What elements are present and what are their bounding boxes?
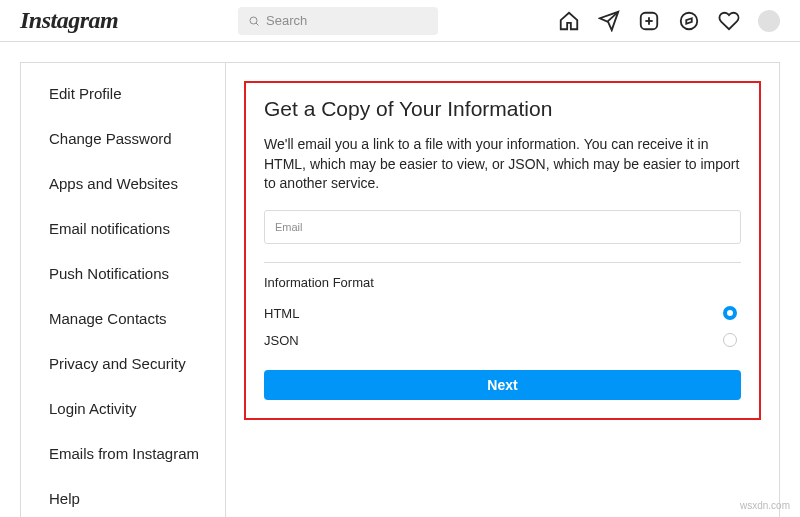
radio-json[interactable] [723, 333, 737, 347]
radio-html[interactable] [723, 306, 737, 320]
format-option-html[interactable]: HTML [264, 300, 741, 327]
search-icon [248, 15, 260, 27]
email-placeholder: Email [275, 221, 303, 233]
messages-icon[interactable] [598, 10, 620, 32]
watermark: wsxdn.com [740, 500, 790, 511]
search-wrap: Search [238, 7, 438, 35]
next-button[interactable]: Next [264, 370, 741, 400]
sidebar-item-apps-websites[interactable]: Apps and Websites [21, 161, 225, 206]
settings-container: Edit Profile Change Password Apps and We… [20, 62, 780, 517]
sidebar-item-help[interactable]: Help [21, 476, 225, 517]
page-description: We'll email you a link to a file with yo… [264, 135, 741, 194]
svg-point-5 [681, 12, 698, 29]
format-label: Information Format [264, 275, 741, 290]
sidebar-item-email-notifications[interactable]: Email notifications [21, 206, 225, 251]
svg-marker-6 [686, 18, 692, 24]
settings-sidebar: Edit Profile Change Password Apps and We… [21, 63, 226, 517]
sidebar-item-emails-from-instagram[interactable]: Emails from Instagram [21, 431, 225, 476]
search-input[interactable]: Search [238, 7, 438, 35]
header-inner: Instagram Search [20, 7, 780, 35]
new-post-icon[interactable] [638, 10, 660, 32]
main-panel: Get a Copy of Your Information We'll ema… [226, 63, 779, 517]
search-placeholder: Search [266, 13, 307, 28]
page-title: Get a Copy of Your Information [264, 97, 741, 121]
sidebar-item-change-password[interactable]: Change Password [21, 116, 225, 161]
download-data-form: Get a Copy of Your Information We'll ema… [244, 81, 761, 420]
sidebar-item-manage-contacts[interactable]: Manage Contacts [21, 296, 225, 341]
nav-icons [558, 10, 780, 32]
svg-line-1 [256, 23, 259, 26]
explore-icon[interactable] [678, 10, 700, 32]
logo[interactable]: Instagram [20, 7, 118, 34]
svg-point-0 [250, 17, 257, 24]
sidebar-item-login-activity[interactable]: Login Activity [21, 386, 225, 431]
format-option-json[interactable]: JSON [264, 327, 741, 354]
divider [264, 262, 741, 263]
format-option-html-label: HTML [264, 306, 299, 321]
home-icon[interactable] [558, 10, 580, 32]
sidebar-item-push-notifications[interactable]: Push Notifications [21, 251, 225, 296]
activity-icon[interactable] [718, 10, 740, 32]
sidebar-item-privacy-security[interactable]: Privacy and Security [21, 341, 225, 386]
avatar[interactable] [758, 10, 780, 32]
format-option-json-label: JSON [264, 333, 299, 348]
email-field[interactable]: Email [264, 210, 741, 244]
app-header: Instagram Search [0, 0, 800, 42]
sidebar-item-edit-profile[interactable]: Edit Profile [21, 71, 225, 116]
